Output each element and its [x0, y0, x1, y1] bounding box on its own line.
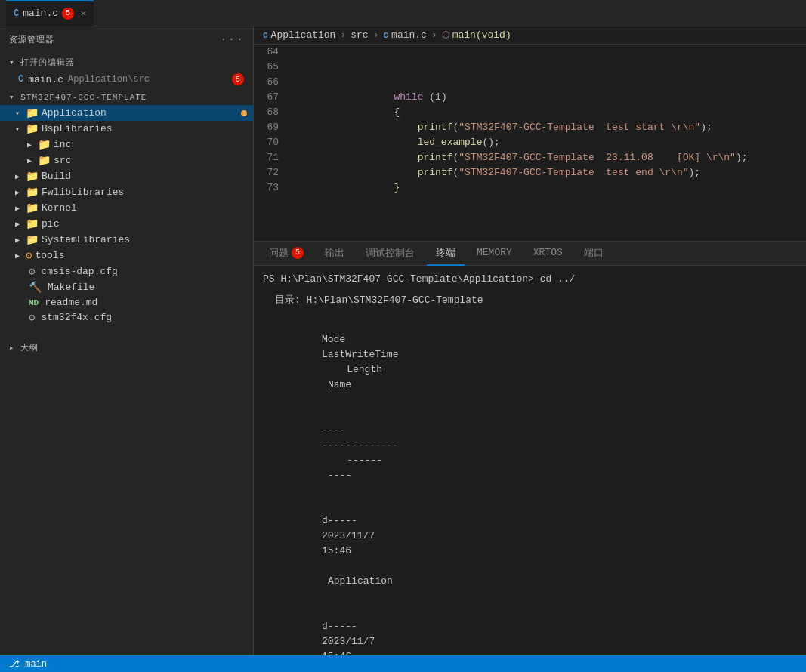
tab-bar: C main.c 5 ✕ [0, 0, 806, 26]
expand-icon: ▾ [15, 125, 20, 134]
breadcrumb-application: Application [271, 29, 336, 41]
sep1: › [340, 29, 346, 41]
collapse-icon: ▾ [9, 93, 20, 102]
tab-port[interactable]: 端口 [575, 242, 613, 266]
tree-item-fwlib[interactable]: ▶ 📁 FwlibLibraries [0, 184, 253, 200]
panel-tabs: 问题 5 输出 调试控制台 终端 MEMORY XRTOS [254, 242, 806, 266]
expand-icon: ▶ [15, 188, 20, 197]
tree-item-stm32cfg[interactable]: ⚙ stm32f4x.cfg [0, 310, 253, 325]
folder-icon-syslibs: 📁 [26, 233, 39, 246]
tree-item-label: FwlibLibraries [42, 186, 124, 198]
tree-item-readme[interactable]: MD readme.md [0, 295, 253, 310]
tab-terminal[interactable]: 终端 [427, 242, 465, 266]
tab-problems[interactable]: 问题 5 [260, 242, 313, 266]
terminal-content[interactable]: PS H:\Plan\STM32F407-GCC-Template\Applic… [254, 266, 806, 655]
tree-item-label: tools [35, 250, 64, 261]
tree-item-kernel[interactable]: ▶ 📁 Kernel [0, 200, 253, 216]
terminal-dir: 目录: H:\Plan\STM32F407-GCC-Template [275, 293, 797, 308]
status-bar: ⎇ main [0, 655, 806, 672]
file-icon-cfg: ⚙ [29, 265, 35, 278]
main-layout: 资源管理器 ··· ▾ 打开的编辑器 C main.c Application\… [0, 26, 806, 655]
expand-icon: ▶ [27, 140, 32, 150]
tree-item-inc[interactable]: ▶ 📁 inc [0, 137, 253, 153]
tree-item-tools[interactable]: ▶ ⚙ tools [0, 248, 253, 264]
tree-item-src[interactable]: ▶ 📁 src [0, 153, 253, 168]
tree-item-label: SystemLibraries [42, 234, 130, 245]
open-editors-label-text: ▾ [9, 58, 20, 67]
tree-item-syslibs[interactable]: ▶ 📁 SystemLibraries [0, 232, 253, 248]
tree-item-bsplibraries[interactable]: ▾ 📁 BspLibraries [0, 121, 253, 137]
open-editors-label: ▾ 打开的编辑器 [0, 52, 253, 71]
tree-item-label: Kernel [42, 202, 77, 214]
open-file-item[interactable]: C main.c Application\src 5 [0, 71, 253, 88]
tree-item-build[interactable]: ▶ 📁 Build [0, 168, 253, 184]
expand-icon: ▶ [15, 204, 20, 213]
problems-badge: 5 [292, 247, 304, 259]
terminal-line-1: PS H:\Plan\STM32F407-GCC-Template\Applic… [263, 272, 797, 287]
file-icon-md: MD [29, 298, 39, 307]
file-icon-cfg2: ⚙ [29, 311, 35, 324]
expand-icon: ▶ [15, 251, 20, 260]
tree-item-application[interactable]: ▾ 📁 Application [0, 105, 253, 121]
outline-label: ▸ 大纲 [0, 338, 253, 356]
line-numbers: 64 65 66 67 68 69 70 71 72 73 [254, 45, 288, 241]
tree-item-pic[interactable]: ▶ 📁 pic [0, 216, 253, 232]
tree-item-label: readme.md [45, 297, 97, 308]
tree-item-label: BspLibraries [42, 123, 113, 134]
git-branch: ⎇ main [9, 658, 47, 670]
folder-icon-src: 📁 [38, 154, 51, 167]
expand-icon: ▶ [15, 236, 20, 245]
open-file-path: Application\src [68, 74, 150, 85]
breadcrumb-function: main(void) [452, 29, 511, 41]
tree-item-label: src [54, 155, 71, 166]
tab-debug[interactable]: 调试控制台 [357, 242, 424, 266]
breadcrumb-c-icon: C [263, 31, 268, 40]
sep3: › [431, 29, 437, 41]
folder-icon-tools: ⚙ [26, 249, 32, 262]
sidebar: 资源管理器 ··· ▾ 打开的编辑器 C main.c Application\… [0, 26, 254, 655]
breadcrumb-func-icon: ⬡ [442, 29, 449, 41]
close-tab-icon[interactable]: ✕ [81, 8, 86, 18]
expand-icon: ▶ [15, 172, 20, 181]
c-file-icon: C [14, 8, 19, 19]
expand-icon: ▶ [15, 220, 20, 229]
tree-item-label: cmsis-dap.cfg [41, 266, 117, 277]
folder-icon-kernel: 📁 [26, 202, 39, 214]
tab-filename: main.c [23, 8, 58, 19]
folder-icon-inc: 📁 [38, 138, 51, 151]
open-file-badge: 5 [232, 73, 244, 85]
folder-icon-pic: 📁 [26, 217, 39, 230]
breadcrumb: C Application › src › C main.c › ⬡ main(… [254, 26, 806, 45]
table-row-application: d----- 2023/11/7 15:46 Application [263, 498, 797, 604]
status-left: ⎇ main [9, 658, 47, 670]
tab-xrtos[interactable]: XRTOS [524, 242, 572, 266]
tab-main-c[interactable]: C main.c 5 ✕ [6, 0, 94, 26]
sidebar-title: 资源管理器 [9, 34, 54, 45]
sidebar-menu-icon[interactable]: ··· [220, 32, 244, 46]
tree-item-label: inc [54, 139, 71, 150]
expand-icon: ▾ [15, 109, 20, 118]
tree-item-makefile[interactable]: 🔨 Makefile [0, 279, 253, 295]
panel: 问题 5 输出 调试控制台 终端 MEMORY XRTOS [254, 241, 806, 655]
breadcrumb-c-icon2: C [383, 31, 388, 40]
folder-icon-fwlib: 📁 [26, 186, 39, 199]
breadcrumb-src: src [351, 29, 368, 41]
tree-item-label: pic [42, 218, 59, 230]
expand-icon: ▶ [27, 156, 32, 165]
sep2: › [373, 29, 379, 41]
code-editor: 64 65 66 67 68 69 70 71 72 73 while (1) [254, 45, 806, 241]
code-line-66: while (1) [288, 75, 797, 90]
tree-item-label: Application [42, 107, 107, 119]
table-row-bsp: d----- 2023/11/7 15:46 BspLibraries [263, 604, 797, 655]
tree-item-label: stm32f4x.cfg [41, 312, 112, 323]
folder-icon-bsp: 📁 [26, 122, 39, 135]
tree-item-cmsis[interactable]: ⚙ cmsis-dap.cfg [0, 264, 253, 279]
tab-output[interactable]: 输出 [316, 242, 354, 266]
folder-icon-build: 📁 [26, 170, 39, 183]
tab-memory[interactable]: MEMORY [468, 242, 521, 266]
folder-icon-application: 📁 [26, 106, 39, 119]
breadcrumb-filename: main.c [391, 29, 427, 41]
open-file-name: main.c [28, 74, 63, 85]
editor-panel-area: C Application › src › C main.c › ⬡ main(… [254, 26, 806, 655]
project-root-label: ▾ STM32F407-GCC-TEMPLATE [0, 88, 253, 105]
